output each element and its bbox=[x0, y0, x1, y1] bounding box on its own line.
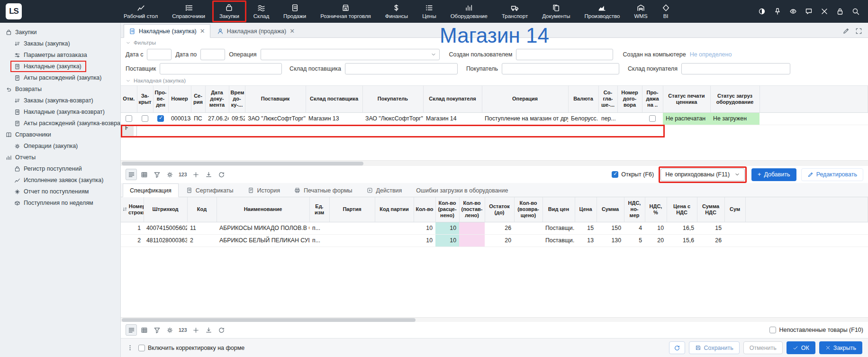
column-header-valyuta[interactable]: Валюта bbox=[568, 86, 598, 112]
sidebar-item-nakladnye-zakupka-vozvrat[interactable]: Накладные (закупка-возврат) bbox=[10, 106, 109, 118]
column-header-kod-partii[interactable]: Код партии bbox=[375, 197, 414, 222]
column-header-postavshchik[interactable]: Поставщик bbox=[245, 86, 306, 112]
tab-istoriya[interactable]: История bbox=[241, 183, 287, 197]
table-view-icon[interactable] bbox=[138, 169, 150, 180]
tab-specifikaciya[interactable]: Спецификация bbox=[123, 183, 179, 197]
nav-item-dashboard[interactable]: Рабочий стол bbox=[117, 0, 165, 22]
sidebar-group-otchety[interactable]: Отчеты bbox=[2, 152, 40, 163]
posted-checkbox[interactable] bbox=[157, 115, 164, 122]
operation-select[interactable] bbox=[261, 49, 440, 60]
nav-item-wms[interactable]: WMS bbox=[627, 0, 654, 22]
spec-row[interactable]: 1 4007415005602 11 АБРИКОСЫ МИКАДО ПОЛОВ… bbox=[121, 222, 868, 234]
status-filter-dropdown[interactable]: Не оприходованы (F11) bbox=[660, 168, 745, 181]
nav-item-bi[interactable]: BI bbox=[655, 0, 677, 22]
horizontal-scrollbar[interactable] bbox=[121, 160, 868, 166]
horizontal-scrollbar[interactable] bbox=[121, 317, 868, 322]
refresh-icon[interactable] bbox=[216, 169, 227, 180]
sidebar-item-zakazy-zakupka-vozvrat[interactable]: Заказы (закупка-возврат) bbox=[10, 95, 98, 106]
sale-checkbox[interactable] bbox=[649, 115, 656, 122]
sidebar-item-operacii-zakupka[interactable]: Операции (закупка) bbox=[10, 140, 82, 152]
save-button[interactable]: Сохранить bbox=[689, 341, 740, 354]
column-header-kolvo-vozvrashcheno[interactable]: Кол-во (возвра-щено) bbox=[514, 197, 542, 222]
column-header-ed-izm[interactable]: Ед. изм bbox=[309, 197, 329, 222]
lock-icon[interactable] bbox=[836, 8, 844, 15]
scrollbar-thumb[interactable] bbox=[122, 162, 363, 165]
download-icon[interactable] bbox=[203, 169, 215, 180]
filter-funnel-icon[interactable] bbox=[151, 169, 163, 180]
sidebar-item-nakladnye-zakupka[interactable]: Накладные (закупка) bbox=[10, 61, 86, 72]
nav-item-production[interactable]: Производство bbox=[577, 0, 627, 22]
sidebar-item-zakazy-zakupka[interactable]: Заказы (закупка) bbox=[10, 38, 75, 49]
buyer-warehouse-input[interactable] bbox=[681, 63, 790, 74]
column-header-vid-cen[interactable]: Вид цен bbox=[542, 197, 575, 222]
theme-contrast-icon[interactable] bbox=[758, 8, 766, 15]
column-header-operaciya[interactable]: Операция bbox=[482, 86, 568, 112]
closed-checkbox[interactable] bbox=[142, 115, 148, 122]
tools-icon[interactable] bbox=[821, 8, 828, 15]
invoice-row[interactable]: 0000134 ПС 27.06.24 09:52 ЗАО "ЛюксСофтТ… bbox=[121, 112, 868, 125]
nav-item-purchases[interactable]: Закупки bbox=[212, 0, 246, 22]
column-header-nds-procent[interactable]: НДС, % bbox=[645, 197, 667, 222]
column-header-prodazha[interactable]: Про-дажа на .. bbox=[642, 86, 663, 112]
sidebar-group-vozvraty[interactable]: Возвраты bbox=[2, 83, 46, 95]
filter-funnel-icon[interactable] bbox=[151, 324, 163, 336]
column-header-sum[interactable]: Сум bbox=[724, 197, 745, 222]
table-view-icon[interactable] bbox=[138, 324, 150, 336]
column-header-kolvo[interactable]: Кол-во bbox=[414, 197, 435, 222]
tab-nakladnaya-prodazha[interactable]: Накладная (продажа) ✕ bbox=[212, 24, 299, 38]
nav-item-equipment[interactable]: Оборудование bbox=[443, 0, 495, 22]
column-header-kolvo-postavleno[interactable]: Кол-во (постав-лено) bbox=[459, 197, 485, 222]
pencil-icon[interactable] bbox=[842, 27, 850, 35]
fullscreen-icon[interactable] bbox=[855, 27, 862, 35]
invoice-section-header[interactable]: Накладная (закупка) bbox=[121, 76, 868, 85]
close-button[interactable]: Закрыть bbox=[819, 341, 862, 354]
nav-item-prices[interactable]: Цены bbox=[415, 0, 443, 22]
tab-dejstviya[interactable]: Действия bbox=[360, 183, 409, 197]
sidebar-item-ispolnenie-zayavok[interactable]: Исполнение заявок (закупка) bbox=[10, 174, 108, 186]
supplier-warehouse-input[interactable] bbox=[345, 63, 458, 74]
chat-icon[interactable] bbox=[805, 8, 813, 15]
undelivered-checkbox[interactable] bbox=[769, 327, 776, 333]
sidebar-item-postupleniya-po-nedelyam[interactable]: Поступления по неделям bbox=[10, 197, 98, 209]
nav-item-transport[interactable]: Транспорт bbox=[495, 0, 535, 22]
edit-button[interactable]: Редактировать bbox=[801, 168, 863, 181]
tab-oshibki-zagruzki[interactable]: Ошибки загрузки в оборудование bbox=[409, 183, 515, 197]
settings-gear-icon[interactable] bbox=[164, 324, 175, 336]
view-list-icon[interactable] bbox=[126, 324, 137, 336]
nav-item-warehouse[interactable]: Склад bbox=[246, 0, 276, 22]
column-header-ostatok-do[interactable]: Остаток (до) bbox=[485, 197, 514, 222]
search-icon[interactable] bbox=[852, 8, 859, 15]
column-header-cena-s-nds[interactable]: Цена с НДС bbox=[667, 197, 697, 222]
column-header-summa-nds[interactable]: Сумма НДС bbox=[697, 197, 724, 222]
supplier-input[interactable] bbox=[160, 63, 282, 74]
undelivered-checkbox-label[interactable]: Непоставленные товары (F10) bbox=[769, 327, 863, 333]
tab-close-icon[interactable]: ✕ bbox=[289, 27, 295, 35]
column-header-partiya[interactable]: Партия bbox=[329, 197, 375, 222]
sidebar-item-akty-raskhozhdenij-zakupka[interactable]: Акты расхождений (закупка) bbox=[10, 72, 106, 83]
column-header-naimenovanie[interactable]: Наименование bbox=[217, 197, 309, 222]
sort-icon[interactable] bbox=[122, 207, 127, 212]
column-header-proveden[interactable]: Про-ве-ден bbox=[153, 86, 168, 112]
tab-close-icon[interactable]: ✕ bbox=[200, 27, 205, 35]
created-on-value-link[interactable]: Не определено bbox=[690, 51, 732, 58]
column-header-pokupatel[interactable]: Покупатель bbox=[362, 86, 423, 112]
open-filter-checkbox[interactable] bbox=[612, 171, 618, 178]
sidebar-item-parametry-avtozakaza[interactable]: Параметры автозаказа bbox=[10, 49, 92, 61]
column-header-shtrihkod[interactable]: Штрихкод bbox=[144, 197, 187, 222]
app-logo[interactable]: LS bbox=[6, 3, 22, 19]
buyer-input[interactable] bbox=[502, 63, 619, 74]
tab-sertifikaty[interactable]: Сертификаты bbox=[180, 183, 240, 197]
sidebar-group-spravochniki[interactable]: Справочники bbox=[2, 129, 56, 140]
adjust-checkbox-label[interactable]: Включить корректировку на форме bbox=[138, 345, 244, 351]
view-list-icon[interactable] bbox=[126, 169, 137, 180]
column-header-status-zagruzki[interactable]: Статус загруз оборудование bbox=[710, 86, 760, 112]
add-button[interactable]: + Добавить bbox=[751, 168, 796, 181]
column-header-nomer[interactable]: Номер bbox=[168, 86, 191, 112]
cancel-button[interactable]: Отменить bbox=[743, 341, 783, 354]
numbering-icon[interactable]: 123 bbox=[177, 327, 189, 333]
nav-item-sales[interactable]: Продажи bbox=[276, 0, 313, 22]
tab-pechatnye-formy[interactable]: Печатные формы bbox=[288, 183, 359, 197]
column-header-status-pechati[interactable]: Статус печати ценника bbox=[663, 86, 710, 112]
sidebar-group-zakupki[interactable]: Закупки bbox=[2, 27, 42, 38]
invoice-row-selected[interactable]: 00136 ПС 07.10.24 14:26 ЗАО "ЛюксСофтТор… bbox=[121, 125, 137, 137]
